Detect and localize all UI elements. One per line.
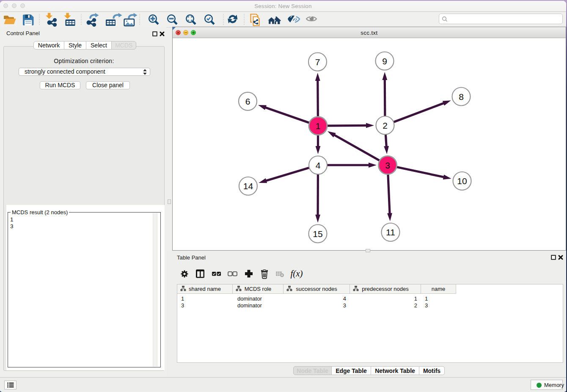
svg-text:15: 15 <box>313 229 322 239</box>
svg-text:7: 7 <box>315 57 320 67</box>
svg-text:1: 1 <box>316 121 321 131</box>
svg-text:9: 9 <box>382 56 387 66</box>
svg-text:11: 11 <box>386 227 395 237</box>
svg-text:14: 14 <box>243 181 253 191</box>
svg-text:f(x): f(x) <box>290 268 303 279</box>
svg-text:10: 10 <box>457 176 467 186</box>
svg-text:6: 6 <box>245 97 250 106</box>
svg-text:8: 8 <box>459 92 464 102</box>
svg-text:4: 4 <box>316 160 321 170</box>
svg-text:2: 2 <box>383 121 388 130</box>
svg-text:3: 3 <box>385 160 390 170</box>
